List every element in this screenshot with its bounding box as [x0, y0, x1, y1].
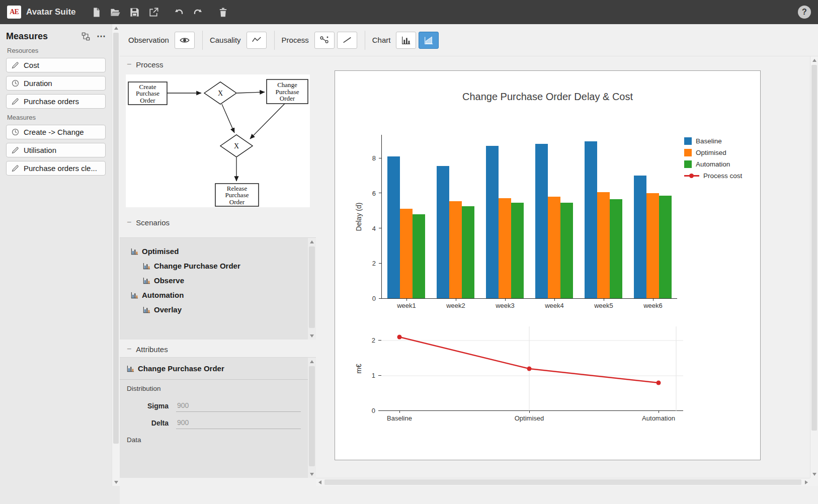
sidebar-item-purchase-orders-cle[interactable]: Purchase orders cle...: [6, 161, 106, 176]
sidebar-scrollbar[interactable]: [112, 24, 120, 486]
scroll-left-arrow[interactable]: [316, 478, 323, 486]
hierarchy-icon[interactable]: [81, 32, 91, 41]
delta-field[interactable]: 900: [176, 418, 301, 429]
x-axis-tick: [659, 410, 659, 413]
redo-button[interactable]: [190, 4, 207, 21]
sidebar-item-cost[interactable]: Cost: [6, 58, 106, 72]
scenario-item-change-purchase-order[interactable]: Change Purchase Order: [120, 259, 316, 273]
save-button[interactable]: [126, 4, 143, 21]
sidebar: Measures ⋯ ResourcesCostDurationPurchase…: [0, 24, 112, 504]
scenarios-section-header[interactable]: − Scenarios: [120, 214, 316, 230]
y-axis-tick-label: 1: [358, 372, 375, 379]
eye-button[interactable]: [175, 32, 195, 49]
collapse-icon[interactable]: −: [127, 218, 131, 227]
x-axis-label: week3: [480, 302, 530, 309]
x-axis-tick: [505, 298, 506, 301]
scrollbar-track[interactable]: [308, 365, 316, 470]
bar-optimised: [646, 193, 659, 298]
more-options-icon[interactable]: ⋯: [97, 32, 106, 41]
attributes-item[interactable]: Change Purchase Order: [120, 358, 308, 380]
bar-group-week1: [382, 156, 431, 298]
scroll-up-arrow[interactable]: [308, 358, 316, 365]
scroll-right-arrow[interactable]: [802, 478, 810, 486]
attribute-fields: Sigma900Delta900: [120, 399, 316, 429]
bar-optimised: [400, 209, 413, 298]
scroll-down-arrow[interactable]: [112, 478, 120, 486]
sidebar-item-utilisation[interactable]: Utilisation: [6, 143, 106, 157]
process-nodes-button[interactable]: [314, 32, 335, 49]
attributes-section-header[interactable]: − Attributes: [120, 341, 316, 357]
scrollbar-track[interactable]: [810, 64, 818, 470]
horizontal-scrollbar[interactable]: [316, 478, 810, 486]
bar-chart-button[interactable]: [396, 32, 416, 49]
sidebar-item-create-change[interactable]: Create -> Change: [6, 125, 106, 139]
process-gateway-label: X: [218, 90, 223, 97]
y-axis-tick: [379, 298, 382, 299]
scrollbar-thumb[interactable]: [309, 366, 315, 466]
scroll-down-arrow[interactable]: [810, 470, 818, 478]
line-chart-y-axis-label: m€: [355, 349, 363, 389]
sidebar-item-purchase-orders[interactable]: Purchase orders: [6, 94, 106, 109]
process-section-header[interactable]: − Process: [120, 56, 316, 72]
open-folder-icon: [110, 7, 121, 18]
trash-button[interactable]: [215, 4, 232, 21]
toolbar-group-causality: Causality: [210, 32, 269, 49]
scrollbar-track[interactable]: [323, 478, 802, 486]
chart-icon: [143, 306, 150, 313]
attributes-scrollbar[interactable]: [308, 358, 316, 478]
collapse-icon[interactable]: −: [127, 60, 131, 69]
collapse-icon[interactable]: −: [127, 345, 131, 354]
y-axis-tick: [378, 410, 381, 411]
process-diagram[interactable]: CreatePurchaseOrderXChangePurchaseOrderX…: [126, 74, 310, 207]
area-chart-button[interactable]: [419, 32, 439, 49]
export-button[interactable]: [145, 4, 162, 21]
scrollbar-track[interactable]: [308, 245, 316, 332]
line-chart-plot: 012BaselineOptimisedAutomation: [381, 326, 683, 411]
scrollbar-thumb[interactable]: [309, 246, 315, 328]
open-folder-button[interactable]: [107, 4, 124, 21]
sidebar-item-duration[interactable]: Duration: [6, 76, 106, 91]
scrollbar-thumb[interactable]: [113, 33, 119, 444]
scroll-down-arrow[interactable]: [308, 470, 316, 478]
help-button[interactable]: ?: [798, 6, 811, 19]
scenario-item-label: Observe: [154, 276, 184, 285]
sidebar-item-label: Purchase orders: [24, 97, 79, 106]
x-axis-label: week6: [628, 302, 678, 309]
legend-marker: [684, 175, 699, 177]
scroll-up-arrow[interactable]: [308, 238, 316, 245]
process-line-button[interactable]: [337, 32, 357, 49]
process-diagram-svg: CreatePurchaseOrderXChangePurchaseOrderX…: [126, 74, 310, 207]
scenario-item-optimised[interactable]: Optimised: [120, 244, 316, 259]
legend-marker: [684, 149, 692, 156]
pencil-icon: [11, 164, 20, 173]
process-flow-arrow: [222, 104, 234, 133]
toolbar-separator: [202, 31, 203, 50]
bottom-strip: [120, 486, 818, 504]
scenario-item-overlay[interactable]: Overlay: [120, 302, 316, 317]
scrollbar-thumb[interactable]: [324, 479, 801, 485]
legend-marker: [684, 137, 692, 145]
scroll-down-arrow[interactable]: [308, 332, 316, 340]
causality-line-button[interactable]: [247, 32, 267, 49]
legend-marker: [684, 160, 692, 168]
scenario-item-observe[interactable]: Observe: [120, 273, 316, 288]
middle-panel: − Process CreatePurchaseOrderXChangePurc…: [120, 56, 316, 478]
main-scrollbar[interactable]: [810, 56, 818, 478]
scenario-item-label: Change Purchase Order: [154, 262, 240, 270]
chart-title: Change Purchase Order Delay & Cost: [335, 91, 760, 103]
scroll-up-arrow[interactable]: [810, 56, 818, 64]
undo-icon: [173, 7, 185, 18]
scenario-item-automation[interactable]: Automation: [120, 288, 316, 302]
bar-automation: [413, 214, 425, 298]
scrollbar-thumb[interactable]: [811, 65, 817, 431]
undo-button[interactable]: [171, 4, 188, 21]
scenarios-scrollbar[interactable]: [308, 238, 316, 340]
new-file-button[interactable]: [88, 4, 105, 21]
scrollbar-track[interactable]: [112, 32, 120, 478]
scroll-up-arrow[interactable]: [112, 24, 120, 32]
sigma-field[interactable]: 900: [176, 401, 301, 412]
process-section-title: Process: [136, 60, 163, 69]
attribute-row-delta: Delta900: [120, 416, 316, 429]
attributes-item-label: Change Purchase Order: [138, 364, 224, 373]
pencil-icon: [11, 61, 20, 69]
